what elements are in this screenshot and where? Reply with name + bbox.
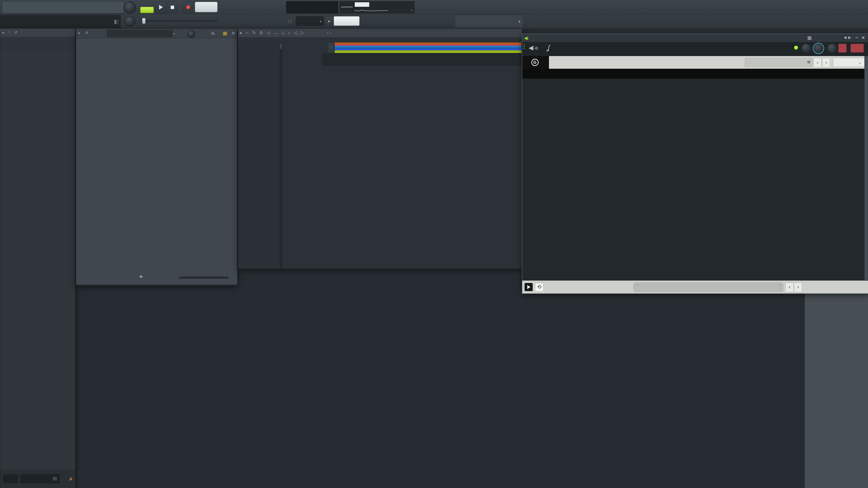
stop-button[interactable] [167, 1, 178, 13]
wrapper-wrench-icon[interactable]: ʆ [547, 44, 550, 52]
plugin-footer-bar: ⟲ ⠿ ⠿ ‹ › [522, 281, 868, 293]
preset-prev-icon[interactable]: ◀ [844, 35, 846, 39]
playlist-toolbar-icons[interactable]: ▸∩✎⊘◁↔◇⌕◁▷ [240, 30, 307, 35]
tempo-display[interactable] [195, 2, 218, 12]
zoom-dropdown[interactable]: ⌄ [833, 58, 865, 67]
plugin-right-edge [864, 56, 868, 281]
preset-next-button[interactable]: › [822, 58, 830, 67]
song-mode-button[interactable] [140, 7, 154, 13]
groove-next-button[interactable]: › [794, 283, 802, 292]
plugin-vol-knob[interactable] [813, 43, 824, 53]
plugin-icon: ◀∶ [524, 35, 529, 41]
rack-close-icon[interactable]: ✕ [231, 31, 236, 36]
search-icon[interactable]: ⌕ [69, 475, 72, 482]
pitch-range-box[interactable] [838, 44, 846, 53]
groove-loop-icon[interactable]: ⟲ [535, 283, 544, 292]
preset-popout-icon: ⧉ [807, 60, 810, 64]
plugin-window: ◀∶ ▦ ◀ ▶ – ✕ ▪▪▪ ◀∶⚙ ʆ G ⧉ ‹ › [522, 33, 868, 294]
main-volume-knob[interactable] [124, 1, 136, 13]
monitor-panel: ♥ [353, 1, 415, 13]
playlist-window: ▸∩✎⊘◁↔◇⌕◁▷ › › ‹ [238, 29, 522, 269]
rack-filter-selector[interactable] [107, 30, 173, 37]
plugin-titlebar[interactable]: ◀∶ ▦ ◀ ▶ – ✕ [522, 34, 868, 42]
groove-play-button[interactable] [525, 283, 533, 291]
browser-tree [0, 50, 75, 470]
play-button[interactable] [156, 1, 166, 13]
playlist-title: › › [327, 30, 331, 35]
preset-field[interactable]: ⧉ [745, 58, 813, 67]
ggd-header-bar: G ⧉ ‹ › ⌄ [522, 56, 868, 69]
plugin-pan-knob[interactable] [801, 43, 811, 53]
channel-rack-window: ▸ ↺ ▸ ılı. ▦ ✕ + [76, 29, 238, 286]
browser-window: ▸ ↑ ↺ ▤ ⌕ [0, 29, 75, 488]
shuffle-slider[interactable] [141, 20, 218, 22]
fl-studio-window: ◔ ♥ ◧ ∩ ▸ ▸ ◔ ▸ ↑ [0, 0, 868, 488]
plugin-minimize-icon[interactable]: – [856, 34, 858, 40]
mixer-window [76, 268, 805, 488]
time-display[interactable] [286, 1, 338, 13]
plugin-on-led[interactable] [794, 45, 799, 50]
playlist-picker-panel [239, 42, 280, 268]
wrapper-settings-icon[interactable]: ◀∶⚙ [529, 44, 538, 51]
pattern-prev-button[interactable]: ▸ [325, 16, 333, 26]
browser-tabs [0, 37, 75, 50]
playlist-scroll-left[interactable]: ‹ [328, 42, 334, 53]
track-box[interactable] [850, 44, 864, 53]
rack-undo-icon[interactable]: ↺ [85, 31, 88, 35]
picker-scrollbar[interactable] [280, 42, 282, 268]
preset-prev-button[interactable]: ‹ [813, 58, 822, 67]
plugin-grid-icon[interactable]: ▦ [807, 35, 812, 40]
news-ticker[interactable]: ◔ [455, 15, 523, 28]
playlist-scroll-overview[interactable] [334, 42, 522, 53]
record-button[interactable] [183, 1, 193, 13]
plugin-wrapper-toolbar: ▪▪▪ ◀∶⚙ ʆ [522, 42, 868, 56]
rack-swing-knob[interactable] [187, 30, 195, 38]
rack-menu-icon[interactable]: ▸ [79, 31, 80, 35]
pattern-selector[interactable] [334, 16, 360, 26]
rack-grid-icon[interactable]: ▦ [223, 31, 227, 36]
playlist-timeline[interactable] [322, 53, 522, 66]
hint-speaker-icon: ◧ [114, 19, 119, 25]
ggd-hint-bar [522, 69, 868, 79]
rack-add-channel-button[interactable]: + [139, 273, 143, 281]
preset-next-icon[interactable]: ▶ [848, 35, 851, 39]
groove-prev-button[interactable]: ‹ [785, 283, 794, 292]
master-pitch-knob[interactable] [125, 16, 135, 27]
rack-graph-icon[interactable]: ılı. [211, 31, 216, 36]
plugin-pitch-knob[interactable] [827, 43, 837, 53]
snap-selector[interactable]: ▸ [296, 16, 324, 26]
playlist-clip-area[interactable] [326, 66, 522, 268]
mixer-plugin-rack [804, 268, 868, 488]
plugin-close-icon[interactable]: ✕ [861, 35, 865, 40]
pat-label[interactable] [141, 2, 153, 7]
rack-hscrollbar[interactable] [179, 276, 229, 279]
browser-refresh-icon[interactable]: ↺ [14, 30, 17, 35]
browser-collapse-icon[interactable]: ▸ [2, 30, 4, 35]
hint-panel: ◧ [0, 15, 121, 28]
groove-drag-pill[interactable]: ⠿ ⠿ [633, 283, 783, 292]
ggd-logo: G [522, 56, 549, 69]
cpu-sparkline [354, 8, 388, 12]
menu-bar [2, 1, 124, 13]
globe-icon: ◔ [517, 18, 521, 25]
folder-icon[interactable]: ▤ [53, 476, 57, 481]
browser-up-icon[interactable]: ↑ [8, 30, 10, 34]
playlist-track-headers [283, 66, 325, 268]
tags-button[interactable] [3, 474, 18, 483]
headphones-icon[interactable]: ∩ [288, 18, 292, 25]
drum-kit-image[interactable] [522, 79, 867, 280]
